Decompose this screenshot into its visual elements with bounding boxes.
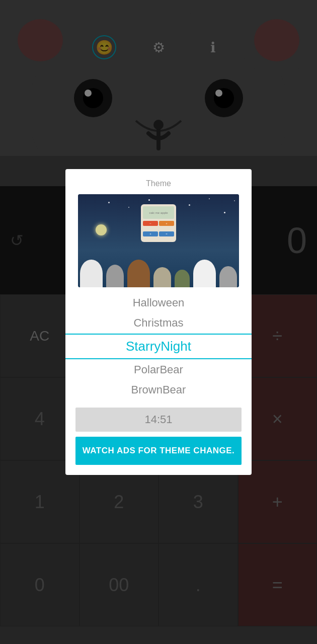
preview-moon (96, 224, 107, 235)
animal-brown-bear (127, 260, 150, 287)
star-2 (128, 207, 129, 208)
theme-modal: Theme calc me apple (65, 169, 252, 475)
theme-polarbear[interactable]: PolarBear (65, 360, 252, 379)
timer-value: 14:51 (144, 413, 172, 426)
preview-calc-screen: calc me apple (143, 206, 174, 219)
animal-raccoon (219, 266, 237, 287)
preview-animals (78, 255, 239, 287)
watch-ads-button[interactable]: WATCH ADS FOR THEME CHANGE. (75, 437, 242, 465)
theme-brownbear[interactable]: BrownBear (65, 380, 252, 399)
star-6 (209, 198, 210, 199)
theme-halloween[interactable]: Halloween (65, 293, 252, 312)
timer-bar: 14:51 (75, 408, 242, 432)
animal-gray-1 (106, 265, 124, 287)
theme-christmas[interactable]: Christmas (65, 313, 252, 333)
preview-calc-buttons: − + × = (141, 220, 176, 242)
star-5 (189, 204, 190, 206)
star-3 (148, 199, 150, 201)
animal-polar-bear (80, 260, 103, 287)
theme-list: Halloween Christmas StarryNight PolarBea… (65, 293, 252, 399)
preview-btn-eq: = (159, 231, 174, 236)
modal-overlay[interactable]: Theme calc me apple (0, 0, 317, 644)
animal-striped (153, 267, 171, 287)
star-1 (108, 202, 110, 203)
animal-panda (193, 260, 216, 287)
animal-green (175, 270, 190, 287)
theme-preview-image: calc me apple − + × = (78, 194, 239, 287)
theme-starrynight[interactable]: StarryNight (65, 334, 252, 359)
preview-calculator: calc me apple − + × = (141, 204, 176, 242)
modal-title: Theme (65, 169, 252, 194)
star-8 (234, 200, 235, 201)
star-7 (224, 212, 225, 213)
preview-btn-minus: − (143, 221, 158, 226)
preview-btn-x: × (143, 231, 158, 236)
preview-btn-plus: + (159, 221, 174, 226)
